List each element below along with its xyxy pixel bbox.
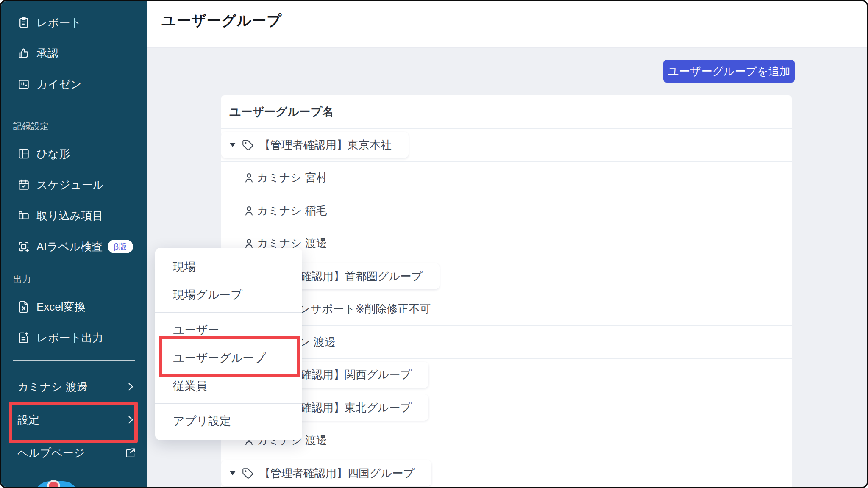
menu-divider [155,312,302,313]
sidebar-item-template[interactable]: ひな形 [1,144,147,163]
table-row[interactable]: 確認用】首都圏グループ [221,260,792,293]
sidebar-item-ai-label-inspection[interactable]: AIラベル検査β版 [1,237,147,256]
table-row[interactable]: カミナシ 宮村 [221,162,792,195]
sidebar-item-label: 承認 [36,46,58,61]
table-body: 【管理者確認用】東京本社カミナシ 宮村カミナシ 稲毛カミナシ 渡邊確認用】首都圏… [221,129,792,487]
sidebar-divider [13,360,135,361]
group-name: 【管理者確認用】四国グループ [259,466,415,481]
report-icon [17,16,30,29]
sidebar-item-label: レポート [36,15,81,30]
collapse-triangle-icon[interactable] [229,471,236,476]
schedule-icon [17,178,30,191]
menu-item-従業員[interactable]: 従業員 [155,372,302,400]
sidebar-item-report-export[interactable]: レポート出力 [1,328,147,347]
page-header: ユーザーグループ [147,1,867,48]
menu-item-現場グループ[interactable]: 現場グループ [155,281,302,309]
table-row[interactable]: 【管理者確認用】東京本社 [221,129,792,162]
sidebar-section-label: 記録設定 [1,120,147,133]
import-fields-icon [17,209,30,222]
user-group-table: ユーザーグループ名 【管理者確認用】東京本社カミナシ 宮村カミナシ 稲毛カミナシ… [221,95,792,487]
report-export-icon [17,331,30,344]
sidebar-item-kaizen[interactable]: カイゼン [1,75,147,94]
sidebar-section-label: 出力 [1,273,147,286]
sidebar-divider [13,111,135,111]
table-header-row: ユーザーグループ名 [221,95,792,129]
group-name: 【管理者確認用】東京本社 [259,138,392,152]
sidebar-item-label: ひな形 [36,147,70,161]
table-row[interactable]: ン 渡邊 [221,326,792,359]
group-row-pill: 確認用】東北グループ [292,394,428,421]
table-row[interactable]: カミナシ 渡邊 [221,424,792,458]
group-row-pill: 【管理者確認用】四国グループ [221,460,431,486]
chevron-right-icon [125,381,136,393]
menu-divider [155,403,302,404]
ai-label-inspection-icon [17,240,30,253]
menu-item-現場[interactable]: 現場 [155,253,302,281]
row-text: ン 渡邊 [299,335,336,349]
sidebar: レポート承認カイゼン記録設定ひな形スケジュール取り込み項目AIラベル検査β版出力… [1,1,147,487]
page-title: ユーザーグループ [161,11,282,30]
table-row[interactable]: 確認用】関西グループ [221,359,792,392]
sidebar-item-help[interactable]: ヘルプページ [1,444,147,462]
sidebar-item-label: カミナシ 渡邊 [17,380,88,394]
user-name: カミナシ 宮村 [257,170,327,185]
group-name: 確認用】東北グループ [300,400,412,415]
tag-icon [242,139,253,151]
sidebar-item-excel-export[interactable]: Excel変換 [1,297,147,316]
collapse-triangle-icon[interactable] [229,142,236,147]
table-row[interactable]: 確認用】東北グループ [221,391,792,424]
sidebar-item-label: 取り込み項目 [36,208,103,223]
sidebar-item-approval[interactable]: 承認 [1,44,147,63]
add-user-group-button[interactable]: ユーザーグループを追加 [663,60,795,83]
menu-item-アプリ設定[interactable]: アプリ設定 [155,407,302,435]
sidebar-item-settings[interactable]: 設定 [1,410,147,429]
sidebar-item-label: ヘルプページ [17,446,85,460]
excel-export-icon [17,300,30,313]
table-row[interactable]: カミナシ 稲毛 [221,194,792,227]
chevron-right-icon [125,414,136,426]
group-name: 確認用】首都圏グループ [300,269,423,284]
group-row-pill: 確認用】関西グループ [292,362,428,388]
group-name: 確認用】関西グループ [300,367,412,382]
table-row[interactable]: ンサポート※削除修正不可 [221,293,792,326]
sidebar-item-schedule[interactable]: スケジュール [1,175,147,194]
sidebar-item-label: レポート出力 [36,330,103,345]
settings-popup-menu: 現場現場グループユーザーユーザーグループ従業員アプリ設定 [155,248,302,440]
user-name: カミナシ 稲毛 [257,203,327,218]
template-icon [17,147,30,160]
app-window: レポート承認カイゼン記録設定ひな形スケジュール取り込み項目AIラベル検査β版出力… [0,0,868,488]
sidebar-item-import-fields[interactable]: 取り込み項目 [1,206,147,225]
sidebar-item-label: AIラベル検査 [36,239,103,254]
person-icon [243,205,255,216]
external-link-icon [125,447,136,459]
column-header-user-group-name: ユーザーグループ名 [229,104,334,119]
kaizen-icon [17,78,30,91]
sidebar-item-account[interactable]: カミナシ 渡邊 [1,377,147,396]
group-row-pill: 確認用】首都圏グループ [292,263,440,289]
sidebar-item-label: 設定 [17,413,39,427]
sidebar-item-label: カイゼン [36,77,81,92]
beta-badge: β版 [108,240,133,253]
tag-icon [242,468,253,479]
table-row[interactable]: 【管理者確認用】四国グループ [221,457,792,487]
row-text: ンサポート※削除修正不可 [299,302,431,316]
group-row-pill: 【管理者確認用】東京本社 [221,132,409,158]
menu-item-ユーザー[interactable]: ユーザー [155,316,302,344]
person-icon [243,172,255,183]
table-row[interactable]: カミナシ 渡邊 [221,227,792,261]
approval-icon [17,47,30,60]
sidebar-item-label: スケジュール [36,177,104,192]
menu-item-ユーザーグループ[interactable]: ユーザーグループ [155,344,302,372]
sidebar-item-label: Excel変換 [36,299,86,314]
sidebar-item-report[interactable]: レポート [1,13,147,32]
